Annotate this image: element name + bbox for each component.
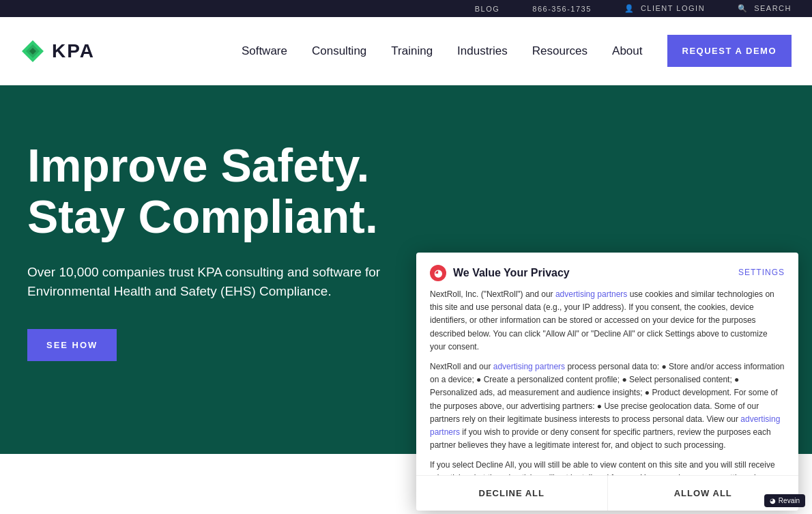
privacy-modal: ◕ We Value Your Privacy SETTINGS NextRol… — [416, 253, 798, 454]
modal-settings-link[interactable]: SETTINGS — [738, 268, 785, 277]
nav-consulting[interactable]: Consulting — [301, 38, 377, 65]
modal-header: ◕ We Value Your Privacy SETTINGS — [416, 253, 798, 284]
nav-industries[interactable]: Industries — [446, 38, 519, 65]
client-login-label: CLIENT LOGIN — [641, 4, 705, 12]
hero-headline: Improve Safety. Stay Compliant. — [27, 140, 437, 242]
nav-about[interactable]: About — [601, 38, 653, 65]
nav-resources[interactable]: Resources — [521, 38, 598, 65]
advertising-partners-link-1[interactable]: advertising partners — [555, 289, 627, 299]
header: KPA Software Consulting Training Industr… — [0, 17, 812, 85]
client-login-link[interactable]: 👤 CLIENT LOGIN — [624, 4, 705, 13]
request-demo-button[interactable]: REQUEST A DEMO — [667, 35, 792, 67]
main-nav: Software Consulting Training Industries … — [231, 35, 792, 67]
logo-text: KPA — [52, 40, 95, 62]
modal-body: NextRoll, Inc. ("NextRoll") and our adve… — [416, 284, 798, 454]
nextroll-logo-icon: ◕ — [430, 265, 446, 281]
user-icon: 👤 — [624, 4, 635, 12]
advertising-partners-link-2[interactable]: advertising partners — [493, 362, 565, 371]
hero-subtext: Over 10,000 companies trust KPA consulti… — [27, 263, 409, 302]
modal-title-row: ◕ We Value Your Privacy — [430, 265, 570, 281]
top-bar: BLOG 866-356-1735 👤 CLIENT LOGIN 🔍 SEARC… — [0, 0, 812, 17]
nav-software[interactable]: Software — [231, 38, 298, 65]
advertising-partners-link-3[interactable]: advertising partners — [430, 414, 780, 437]
blog-link[interactable]: BLOG — [475, 5, 500, 13]
modal-title: We Value Your Privacy — [453, 267, 570, 279]
search-link[interactable]: 🔍 SEARCH — [738, 4, 792, 13]
logo-icon — [20, 39, 45, 63]
search-label: SEARCH — [754, 4, 792, 12]
phone-link[interactable]: 866-356-1735 — [532, 5, 592, 13]
logo[interactable]: KPA — [20, 39, 95, 63]
search-icon: 🔍 — [738, 4, 749, 12]
nav-training[interactable]: Training — [380, 38, 444, 65]
see-how-button[interactable]: SEE HOW — [27, 329, 117, 361]
hero-headline-line1: Improve Safety. — [27, 139, 369, 191]
modal-paragraph-1: NextRoll, Inc. ("NextRoll") and our adve… — [430, 288, 785, 354]
hero-headline-line2: Stay Compliant. — [27, 190, 378, 242]
modal-paragraph-2: NextRoll and our advertising partners pr… — [430, 360, 785, 452]
